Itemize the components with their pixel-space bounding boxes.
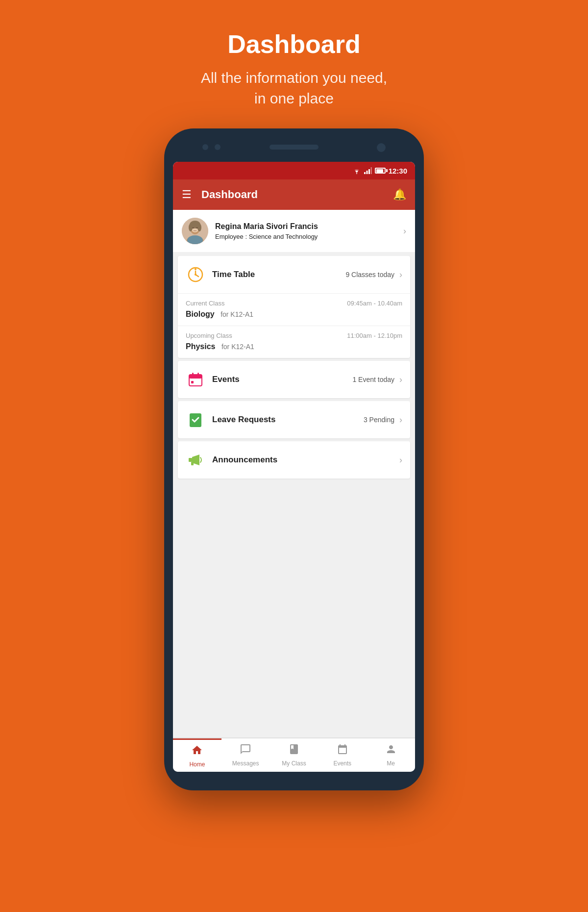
battery-icon	[375, 168, 386, 174]
phone-top	[173, 137, 415, 162]
calendar-icon	[186, 370, 205, 389]
svg-rect-26	[189, 458, 192, 462]
messages-icon	[240, 743, 251, 758]
wifi-icon	[352, 167, 361, 174]
svg-rect-22	[192, 373, 194, 376]
svg-point-16	[195, 268, 196, 270]
svg-point-13	[196, 228, 197, 228]
upcoming-class-group: for K12-A1	[221, 343, 254, 351]
timetable-card-header[interactable]: Time Table 9 Classes today ›	[178, 256, 410, 293]
timetable-badge: 9 Classes today	[345, 271, 394, 279]
status-bar: 12:30	[173, 162, 415, 179]
current-class-detail: Current Class 09:45am - 10.40am Biology …	[178, 293, 410, 326]
content-area: Regina Maria Sivori Francis Employee : S…	[173, 210, 415, 737]
nav-me[interactable]: Me	[367, 738, 415, 772]
events-badge: 1 Event today	[352, 376, 394, 383]
signal-icon	[364, 167, 372, 174]
profile-info: Regina Maria Sivori Francis Employee : S…	[215, 222, 403, 240]
home-icon	[191, 744, 203, 759]
svg-rect-21	[189, 375, 202, 379]
profile-role: Employee : Science and Technology	[215, 233, 403, 240]
current-class-label: Current Class	[186, 300, 224, 307]
nav-events-label: Events	[333, 760, 351, 767]
current-class-time: 09:45am - 10.40am	[347, 300, 402, 307]
current-class-name: Biology for K12-A1	[186, 310, 402, 319]
profile-card[interactable]: Regina Maria Sivori Francis Employee : S…	[173, 210, 415, 252]
phone-speaker	[270, 145, 318, 150]
nav-home[interactable]: Home	[173, 738, 221, 772]
svg-rect-4	[370, 167, 372, 174]
svg-point-0	[356, 173, 357, 174]
svg-rect-24	[191, 381, 194, 383]
phone-frame: 12:30 ☰ Dashboard 🔔	[164, 128, 424, 790]
svg-rect-3	[368, 169, 370, 174]
leave-chevron-icon: ›	[399, 415, 402, 425]
announce-icon	[186, 450, 205, 470]
svg-point-10	[189, 224, 193, 231]
nav-myclass[interactable]: My Class	[270, 738, 318, 772]
battery-fill	[376, 169, 383, 173]
svg-point-11	[197, 224, 201, 231]
phone-sensor-left	[202, 144, 208, 150]
profile-name: Regina Maria Sivori Francis	[215, 222, 403, 231]
svg-rect-23	[197, 373, 199, 376]
events-card[interactable]: Events 1 Event today ›	[178, 361, 410, 398]
events-nav-icon	[337, 743, 348, 758]
timetable-card[interactable]: Time Table 9 Classes today › Current Cla…	[178, 256, 410, 358]
myclass-icon	[288, 743, 300, 758]
nav-events[interactable]: Events	[318, 738, 367, 772]
svg-rect-27	[191, 462, 194, 465]
app-bar: ☰ Dashboard 🔔	[173, 179, 415, 210]
announcements-card-header[interactable]: Announcements ›	[178, 441, 410, 479]
upcoming-class-time: 11:00am - 12.10pm	[347, 332, 402, 339]
nav-myclass-label: My Class	[282, 760, 306, 767]
app-bar-title: Dashboard	[201, 188, 393, 201]
phone-camera	[377, 143, 386, 152]
events-chevron-icon: ›	[399, 375, 402, 385]
nav-home-label: Home	[189, 761, 205, 768]
page-subtitle: All the information you need, in one pla…	[201, 68, 387, 109]
leave-card[interactable]: Leave Requests 3 Pending ›	[178, 401, 410, 438]
svg-point-12	[193, 228, 194, 228]
status-time: 12:30	[389, 167, 407, 175]
avatar	[182, 218, 208, 244]
upcoming-class-header: Upcoming Class 11:00am - 12.10pm	[186, 332, 402, 339]
events-title: Events	[212, 375, 352, 384]
leave-card-header[interactable]: Leave Requests 3 Pending ›	[178, 401, 410, 438]
leave-icon	[186, 410, 205, 430]
phone-screen: 12:30 ☰ Dashboard 🔔	[173, 162, 415, 772]
bell-icon[interactable]: 🔔	[393, 188, 406, 201]
svg-rect-2	[366, 171, 368, 174]
events-card-header[interactable]: Events 1 Event today ›	[178, 361, 410, 398]
clock-icon	[186, 265, 205, 284]
profile-chevron-icon: ›	[403, 226, 406, 236]
nav-messages-label: Messages	[232, 760, 259, 767]
page-header: Dashboard All the information you need, …	[201, 0, 387, 128]
announcements-chevron-icon: ›	[399, 455, 402, 465]
current-class-header: Current Class 09:45am - 10.40am	[186, 300, 402, 307]
upcoming-class-detail: Upcoming Class 11:00am - 12.10pm Physics…	[178, 326, 410, 358]
announcements-title: Announcements	[212, 455, 399, 465]
status-icons: 12:30	[352, 167, 407, 175]
upcoming-class-label: Upcoming Class	[186, 332, 232, 339]
upcoming-class-name: Physics for K12-A1	[186, 342, 402, 351]
timetable-title: Time Table	[212, 270, 345, 279]
current-class-group: for K12-A1	[220, 310, 253, 318]
leave-badge: 3 Pending	[364, 416, 394, 424]
phone-sensor-left2	[215, 144, 220, 150]
nav-messages[interactable]: Messages	[221, 738, 270, 772]
announcements-card[interactable]: Announcements ›	[178, 441, 410, 479]
bottom-nav: Home Messages My Class	[173, 737, 415, 772]
nav-me-label: Me	[387, 760, 395, 767]
leave-title: Leave Requests	[212, 415, 364, 425]
me-icon	[385, 743, 397, 758]
timetable-chevron-icon: ›	[399, 270, 402, 280]
svg-rect-1	[364, 172, 366, 174]
hamburger-icon[interactable]: ☰	[182, 188, 192, 201]
page-title: Dashboard	[201, 29, 387, 59]
svg-point-19	[195, 274, 196, 276]
